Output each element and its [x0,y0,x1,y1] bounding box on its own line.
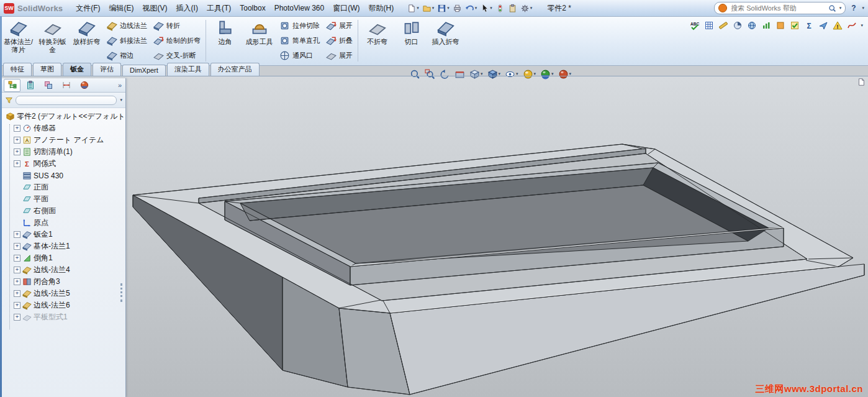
menu-insert[interactable]: 插入(I) [172,1,202,16]
fold-button[interactable]: 折叠 [323,34,356,47]
options-button[interactable]: ▾ [519,2,534,14]
expander-icon[interactable]: + [14,231,20,238]
tree-filter-input[interactable] [16,96,117,105]
forming-box-button[interactable] [774,19,787,32]
menu-view[interactable]: 视图(V) [138,1,172,16]
dimxpert-manager-tab[interactable] [58,79,75,92]
search-dropdown-icon[interactable]: ▾ [839,6,842,11]
open-button[interactable]: ▾ [421,2,436,14]
edge-flange-button[interactable]: 边线法兰 [104,19,150,32]
tab-evaluate[interactable]: 评估 [93,63,121,76]
tree-item-closed-corner[interactable]: + 闭合角3 [4,276,125,288]
cross-break-button[interactable]: 交叉-折断 [150,49,204,63]
spell-check-button[interactable] [689,19,701,32]
unfold-button[interactable]: 展开 [323,19,356,32]
panel-splitter-grip[interactable] [120,283,124,302]
tree-item-front-plane[interactable]: 正面 [4,181,125,193]
feature-manager-tab[interactable] [4,79,20,92]
tree-item-edge-flange-5[interactable]: + 边线-法兰5 [4,288,125,299]
display-manager-tab[interactable] [76,79,93,92]
curvature-button[interactable] [846,19,858,32]
dropdown-arrow-icon[interactable]: ▾ [432,6,435,11]
tab-render-tools[interactable]: 渲染工具 [167,63,209,76]
jog-button[interactable]: 转折 [150,19,204,32]
menu-photoview[interactable]: PhotoView 360 [270,1,329,15]
forming-tool-button[interactable]: 成形工具 [242,17,276,65]
sheet-metal-part-model[interactable] [0,76,868,397]
menu-window[interactable]: 窗口(W) [328,1,364,16]
tree-item-right-plane[interactable]: 右側面 [4,205,125,217]
dropdown-arrow-icon[interactable]: ▾ [490,6,492,11]
help-dropdown-icon[interactable]: ▾ [862,6,864,11]
expander-icon[interactable]: + [14,125,20,132]
menu-edit[interactable]: 编辑(E) [105,1,138,16]
base-flange-button[interactable]: 基体法兰/薄片 [1,17,35,65]
select-button[interactable]: ▾ [479,2,494,14]
convert-to-sheet-metal-button[interactable]: 转换到钣金 [35,17,70,65]
tree-item-material[interactable]: SUS 430 [4,170,125,181]
search-input[interactable] [730,4,825,12]
tree-item-sensors[interactable]: + 传感器 [4,122,125,134]
panel-overflow-chevron[interactable]: » [118,81,124,89]
filter-dropdown-icon[interactable]: ▾ [120,98,122,103]
tree-item-equations[interactable]: + 関係式 [4,158,125,170]
menu-tools[interactable]: 工具(T) [202,1,235,16]
expander-icon[interactable]: + [14,160,20,167]
graphics-viewport[interactable]: ▾ ▾ ▾ ▾ ▾ ▾ [0,76,868,397]
equations-button[interactable] [803,19,815,32]
corner-button[interactable]: 边角 [208,17,242,65]
statistics-button[interactable] [760,19,772,32]
tree-item-edge-flange-6[interactable]: + 边线-法兰6 [4,299,125,311]
sketch-grid-button[interactable] [703,19,715,32]
tab-dimxpert[interactable]: DimXpert [122,65,166,76]
menu-toolbox[interactable]: Toolbox [235,1,269,15]
expander-icon[interactable]: + [14,314,20,321]
file-properties-button[interactable] [507,2,518,14]
dropdown-arrow-icon[interactable]: ▾ [417,6,419,11]
tree-item-edge-flange-4[interactable]: + 边线-法兰4 [4,264,125,276]
lofted-bend-button[interactable]: 放样折弯 [70,17,104,65]
menu-file[interactable]: 文件(F) [71,1,104,16]
tree-item-sheet-metal[interactable]: + 钣金1 [4,229,125,240]
measure-button[interactable] [717,19,730,32]
check-button[interactable] [789,19,801,32]
globe-button[interactable] [746,19,758,32]
filter-funnel-icon[interactable] [5,96,13,104]
insert-bends-button[interactable]: 插入折弯 [428,17,463,65]
tree-item-cut-list[interactable]: + 切割清单(1) [4,146,125,158]
help-button[interactable]: ? [849,4,857,12]
help-search-box[interactable]: ▾ [714,2,846,14]
tab-sketch[interactable]: 草图 [33,63,61,76]
mass-properties-button[interactable] [731,19,744,32]
tree-item-annotations[interactable]: + アノテート アイテム [4,134,125,146]
expander-icon[interactable]: + [14,148,20,155]
tab-features[interactable]: 特征 [3,63,32,76]
new-document-button[interactable]: ▾ [405,2,420,14]
rebuild-button[interactable] [494,2,506,14]
simple-hole-button[interactable]: 简单直孔 [276,34,323,47]
expander-icon[interactable]: + [14,302,20,309]
property-manager-tab[interactable] [22,79,38,92]
warning-button[interactable] [831,19,844,32]
menu-help[interactable]: 帮助(H) [364,1,398,16]
tree-root-item[interactable]: 零件2 (デフォルト<<デフォルト>_表示 [4,111,125,122]
expander-icon[interactable]: + [14,278,20,285]
expander-icon[interactable]: + [14,255,20,262]
print-button[interactable] [451,2,463,14]
rip-button[interactable]: 切口 [394,17,428,65]
tree-item-flat-pattern[interactable]: + 平板型式1 [4,311,125,323]
fly-through-button[interactable] [817,19,830,32]
expander-icon[interactable]: + [14,137,20,144]
no-bends-button[interactable]: 不折弯 [360,17,394,65]
expander-icon[interactable]: + [14,267,20,273]
expander-icon[interactable]: + [14,243,20,250]
configuration-manager-tab[interactable] [40,79,57,92]
expander-icon[interactable]: + [14,290,20,297]
undo-button[interactable]: ▾ [464,2,479,14]
dropdown-arrow-icon[interactable]: ▾ [530,6,533,11]
search-icon[interactable] [828,4,836,12]
vent-button[interactable]: 通风口 [276,49,323,63]
miter-flange-button[interactable]: 斜接法兰 [104,34,150,47]
hem-button[interactable]: 褶边 [104,49,150,63]
tab-sheet-metal[interactable]: 钣金 [63,63,91,76]
